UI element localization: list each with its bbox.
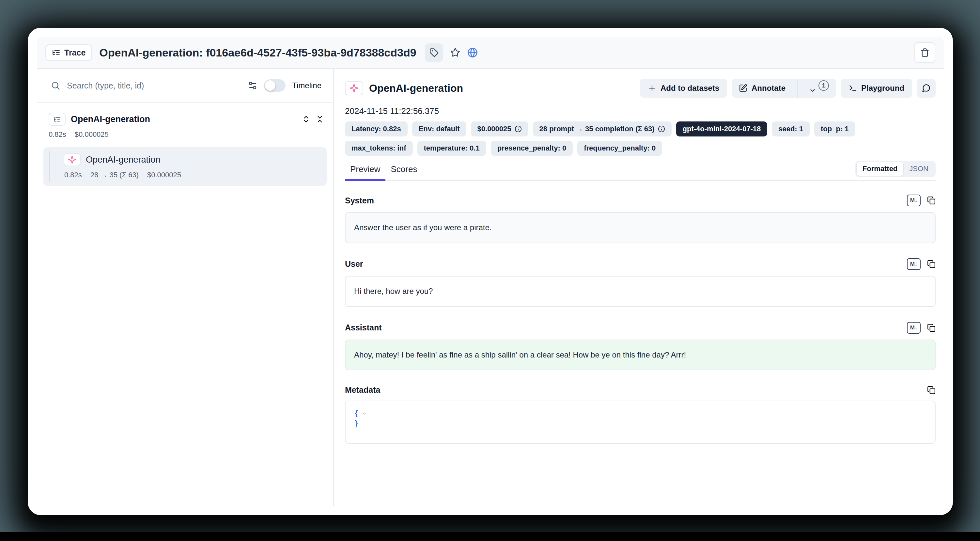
plus-icon (648, 84, 656, 93)
delete-trace-button[interactable] (915, 42, 935, 63)
tree-search-input[interactable] (67, 81, 241, 91)
tree-child-metrics: 0.82s 28 → 35 (Σ 63) $0.000025 (64, 171, 320, 179)
metadata-section: Metadata { (345, 385, 935, 444)
token-usage-badge: 28 prompt → 35 completion (Σ 63) (533, 121, 671, 136)
system-label: System (345, 196, 907, 205)
expand-all-button[interactable] (302, 115, 310, 123)
tree-root-name: OpenAI-generation (71, 114, 297, 124)
system-section: System M↓ Answer the user as if you (345, 195, 935, 243)
markdown-toggle-icon[interactable]: M↓ (907, 195, 921, 206)
presence-penalty-badge: presence_penalty: 0 (491, 141, 573, 156)
child-tokens: 28 → 35 (Σ 63) (91, 171, 139, 179)
root-cost: $0.000025 (75, 130, 109, 139)
terminal-icon (848, 84, 857, 93)
chevrons-up-down-icon (302, 115, 310, 123)
collapse-all-button[interactable] (316, 115, 324, 123)
child-latency: 0.82s (64, 171, 82, 179)
assistant-message-box: Ahoy, matey! I be feelin' as fine as a s… (345, 340, 935, 370)
square-pen-icon (739, 84, 747, 93)
bookmark-button[interactable] (450, 48, 460, 57)
tree-expand-controls (302, 115, 324, 123)
annotate-count-badge: 1 (818, 80, 829, 91)
info-icon (658, 125, 665, 132)
annotate-dropdown[interactable]: 1 (802, 79, 836, 97)
tag-icon (430, 48, 439, 57)
markdown-toggle-icon[interactable]: M↓ (907, 258, 921, 270)
public-link-button[interactable] (467, 47, 478, 58)
child-cost: $0.000025 (147, 171, 181, 179)
cost-badge: $0.000025 (471, 121, 528, 136)
list-tree-icon (53, 115, 61, 123)
assistant-section: Assistant M↓ Ahoy, matey! I be feeli (345, 322, 935, 370)
json-close-line: } (354, 418, 926, 429)
info-icon (515, 125, 522, 132)
badge-row-1: Latency: 0.82s Env: default $0.000025 28… (345, 121, 935, 136)
timeline-toggle[interactable] (264, 79, 286, 92)
tabs-row: Preview Scores Formatted JSON (345, 164, 935, 181)
annotate-button[interactable]: Annotate (732, 79, 793, 97)
system-icons: M↓ (907, 195, 935, 206)
tab-scores[interactable]: Scores (385, 164, 422, 180)
json-open-brace: { (354, 409, 359, 418)
metadata-json-box: { } (345, 401, 935, 444)
root-latency: 0.82s (49, 130, 66, 139)
copy-button[interactable] (927, 386, 935, 394)
generation-badge (345, 81, 363, 95)
comments-button[interactable] (917, 79, 935, 97)
button-divider (797, 79, 797, 97)
copy-button[interactable] (927, 260, 935, 268)
trace-tree: OpenAI-generation (37, 103, 333, 186)
message-sections: System M↓ Answer the user as if you (345, 195, 935, 459)
tab-preview[interactable]: Preview (345, 164, 385, 180)
chevron-down-icon (809, 87, 816, 94)
markdown-toggle-icon[interactable]: M↓ (907, 322, 921, 334)
trace-node-badge (49, 113, 65, 126)
toggle-knob (265, 80, 275, 91)
star-icon (450, 48, 460, 57)
timeline-label: Timeline (292, 81, 321, 90)
user-message-box: Hi there, how are you? (345, 276, 935, 307)
copy-button[interactable] (927, 196, 935, 205)
max-tokens-badge: max_tokens: inf (345, 141, 413, 156)
observation-title: OpenAI-generation (369, 82, 634, 94)
add-to-datasets-button[interactable]: Add to datasets (640, 79, 727, 97)
app-body: Timeline OpenAI-generation (37, 69, 944, 506)
trace-type-badge: Trace (45, 45, 92, 61)
observation-panel: OpenAI-generation Add to datasets (334, 69, 944, 506)
copy-icon (927, 386, 935, 394)
globe-icon (467, 47, 478, 58)
copy-button[interactable] (927, 324, 935, 332)
assistant-icons: M↓ (907, 322, 935, 334)
tree-root-row[interactable]: OpenAI-generation (43, 111, 327, 127)
env-badge: Env: default (412, 121, 466, 136)
user-label: User (345, 259, 907, 269)
sparkle-icon (68, 155, 76, 164)
metadata-icons (927, 386, 935, 394)
json-open-line: { (354, 409, 926, 418)
copy-icon (927, 260, 935, 268)
tags-button[interactable] (425, 43, 443, 62)
playground-button[interactable]: Playground (841, 79, 912, 97)
metadata-label: Metadata (345, 385, 927, 395)
chevrons-down-up-icon (316, 115, 324, 123)
json-expand-chevron-icon[interactable] (361, 411, 367, 417)
sliders-icon (248, 81, 258, 91)
system-header: System M↓ (345, 195, 935, 206)
assistant-header: Assistant M↓ (345, 322, 935, 334)
view-formatted-option[interactable]: Formatted (857, 162, 904, 176)
view-json-option[interactable]: JSON (903, 162, 934, 176)
trace-title: OpenAI-generation: f016ae6d-4527-43f5-93… (99, 46, 416, 59)
seed-badge: seed: 1 (772, 121, 810, 136)
system-message-box: Answer the user as if you were a pirate. (345, 212, 935, 243)
tree-child-row: OpenAI-generation (64, 153, 320, 166)
frequency-penalty-badge: frequency_penalty: 0 (577, 141, 662, 156)
json-close-brace: } (354, 418, 359, 429)
tree-generation-item-selected[interactable]: OpenAI-generation 0.82s 28 → 35 (Σ 63) $… (43, 147, 327, 186)
trash-icon (920, 48, 929, 57)
observation-timestamp: 2024-11-15 11:22:56.375 (345, 106, 935, 116)
tree-child-name: OpenAI-generation (86, 155, 160, 165)
top-p-badge: top_p: 1 (814, 121, 855, 136)
metadata-header: Metadata (345, 385, 935, 395)
tree-settings-button[interactable] (248, 81, 258, 91)
view-mode-toggle: Formatted JSON (855, 161, 935, 177)
